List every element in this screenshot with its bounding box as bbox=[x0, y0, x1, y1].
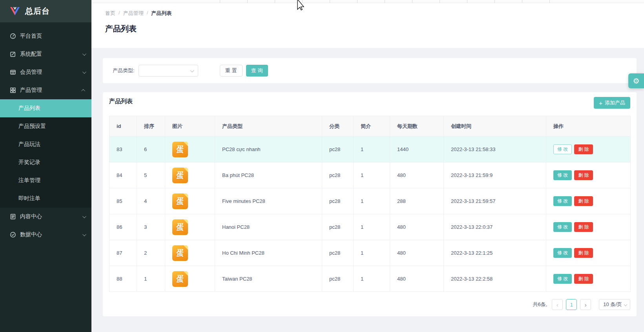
pagination-prev-button[interactable]: ‹ bbox=[552, 299, 563, 310]
table-row-83: 836蛋PC28 cực nhanhpc28114402022-3-13 21:… bbox=[109, 137, 631, 162]
document-icon bbox=[10, 213, 16, 220]
gear-icon: ⚙ bbox=[633, 77, 639, 86]
sidebar-subitem-label: 开奖记录 bbox=[18, 159, 40, 166]
cell-periods: 1440 bbox=[390, 137, 444, 162]
cell-sort: 4 bbox=[137, 188, 165, 214]
check-circle-icon bbox=[10, 232, 16, 238]
delete-button[interactable]: 删 除 bbox=[574, 144, 593, 154]
sidebar-item-label: 平台首页 bbox=[20, 33, 42, 40]
sidebar-item-product-management[interactable]: 产品管理 bbox=[0, 81, 91, 99]
column-header-7: 创建时间 bbox=[444, 116, 546, 137]
edit-button[interactable]: 修 改 bbox=[553, 274, 572, 284]
cell-sort: 3 bbox=[137, 214, 165, 240]
sidebar-item-data-center[interactable]: 数据中心 bbox=[0, 226, 91, 244]
sidebar-subitem-realtime-orders[interactable]: 即时注单 bbox=[0, 190, 91, 208]
table-row-86: 863蛋Hanoi PC28pc2814802022-3-13 22:0:37修… bbox=[109, 214, 631, 240]
settings-button[interactable]: ⚙ bbox=[628, 73, 644, 88]
cell-created: 2022-3-13 22:2:58 bbox=[444, 266, 546, 292]
sidebar-item-label: 会员管理 bbox=[20, 69, 42, 76]
cell-id: 87 bbox=[109, 240, 137, 266]
chevron-down-icon bbox=[82, 214, 86, 218]
sidebar-item-label: 系统配置 bbox=[20, 51, 42, 58]
pagination-total: 共6条, bbox=[533, 301, 547, 308]
sidebar-subitem-order-management[interactable]: 注单管理 bbox=[0, 171, 91, 190]
sidebar-submenu-product-management: 产品列表产品预设置产品玩法开奖记录注单管理即时注单 bbox=[0, 99, 91, 208]
cell-periods: 480 bbox=[390, 240, 444, 266]
cell-id: 88 bbox=[109, 266, 137, 292]
delete-button[interactable]: 删 除 bbox=[574, 222, 593, 232]
pagination-page-1-button[interactable]: 1 bbox=[566, 299, 577, 310]
cell-periods: 480 bbox=[390, 214, 444, 240]
delete-button[interactable]: 删 除 bbox=[574, 248, 593, 258]
breadcrumb-item-0[interactable]: 首页 bbox=[105, 10, 115, 17]
cell-category: pc28 bbox=[322, 188, 354, 214]
sidebar-subitem-lottery-records[interactable]: 开奖记录 bbox=[0, 153, 91, 171]
chevron-down-icon bbox=[82, 52, 86, 56]
edit-button[interactable]: 修 改 bbox=[553, 170, 572, 180]
sidebar-subitem-product-play[interactable]: 产品玩法 bbox=[0, 135, 91, 153]
pagination-next-button[interactable]: › bbox=[580, 299, 591, 310]
product-table: id排序图片产品类型分类简介每天期数创建时间操作 836蛋PC28 cực nh… bbox=[109, 116, 631, 292]
product-image: 蛋 bbox=[172, 168, 188, 183]
delete-button[interactable]: 删 除 bbox=[574, 170, 593, 180]
cell-category: pc28 bbox=[322, 162, 354, 188]
cell-category: pc28 bbox=[322, 266, 354, 292]
cell-actions: 修 改删 除 bbox=[546, 266, 631, 292]
reset-button[interactable]: 重 置 bbox=[220, 65, 243, 77]
sidebar-item-content-center[interactable]: 内容中心 bbox=[0, 208, 91, 226]
breadcrumb-item-1[interactable]: 产品管理 bbox=[123, 10, 144, 17]
sidebar-item-label: 数据中心 bbox=[20, 231, 42, 238]
cell-sort: 1 bbox=[137, 266, 165, 292]
dashboard-icon bbox=[10, 33, 16, 39]
cell-periods: 480 bbox=[390, 266, 444, 292]
sidebar-subitem-label: 产品预设置 bbox=[18, 123, 46, 130]
edit-icon bbox=[10, 51, 16, 57]
product-list-card: 产品列表 + 添加产品 id排序图片产品类型分类简介每天期数创建时间操作 836… bbox=[103, 92, 637, 316]
cell-created: 2022-3-13 22:1:25 bbox=[444, 240, 546, 266]
page-size-select[interactable]: 10 条/页 bbox=[599, 299, 630, 310]
edit-button[interactable]: 修 改 bbox=[553, 222, 572, 232]
browser-strip-remnant bbox=[91, 0, 644, 3]
app-logo[interactable]: 总后台 bbox=[0, 0, 91, 22]
sidebar-subitem-product-list[interactable]: 产品列表 bbox=[0, 99, 91, 117]
table-row-84: 845蛋Ba phút PC28pc2814802022-3-13 21:59:… bbox=[109, 162, 631, 188]
chevron-down-icon bbox=[190, 69, 194, 73]
table-icon bbox=[10, 69, 16, 75]
product-image: 蛋 bbox=[172, 142, 188, 157]
cell-actions: 修 改删 除 bbox=[546, 188, 631, 214]
plus-icon: + bbox=[599, 100, 602, 106]
cell-type: Hanoi PC28 bbox=[215, 214, 322, 240]
sidebar-item-platform-home[interactable]: 平台首页 bbox=[0, 27, 91, 45]
cell-type: PC28 cực nhanh bbox=[215, 137, 322, 162]
cell-image: 蛋 bbox=[165, 162, 215, 188]
search-button[interactable]: 查 询 bbox=[246, 65, 268, 77]
add-product-button[interactable]: + 添加产品 bbox=[594, 97, 630, 109]
sidebar-item-member-management[interactable]: 会员管理 bbox=[0, 63, 91, 81]
product-image: 蛋 bbox=[172, 271, 188, 287]
product-type-select[interactable] bbox=[139, 65, 198, 77]
grid-icon bbox=[10, 87, 16, 93]
product-type-label: 产品类型: bbox=[113, 67, 135, 74]
card-title: 产品列表 bbox=[109, 98, 133, 105]
vue-logo-icon bbox=[10, 7, 20, 15]
sidebar-subitem-product-preset[interactable]: 产品预设置 bbox=[0, 117, 91, 135]
column-header-1: 排序 bbox=[137, 116, 165, 137]
delete-button[interactable]: 删 除 bbox=[574, 274, 593, 284]
table-row-88: 881蛋Taiwan PC28pc2814802022-3-13 22:2:58… bbox=[109, 266, 631, 292]
edit-button[interactable]: 修 改 bbox=[553, 248, 572, 258]
product-image: 蛋 bbox=[172, 193, 188, 209]
breadcrumb: 首页/产品管理/产品列表 bbox=[105, 10, 171, 17]
cell-category: pc28 bbox=[322, 214, 354, 240]
edit-button[interactable]: 修 改 bbox=[553, 144, 572, 154]
breadcrumb-item-2: 产品列表 bbox=[151, 10, 171, 17]
sidebar-item-system-config[interactable]: 系统配置 bbox=[0, 45, 91, 63]
delete-button[interactable]: 删 除 bbox=[574, 196, 593, 206]
cell-image: 蛋 bbox=[165, 188, 215, 214]
cell-id: 84 bbox=[109, 162, 137, 188]
table-row-85: 854蛋Five minutes PC28pc2812882022-3-13 2… bbox=[109, 188, 631, 214]
cell-periods: 480 bbox=[390, 162, 444, 188]
edit-button[interactable]: 修 改 bbox=[553, 196, 572, 206]
chevron-down-icon bbox=[624, 303, 627, 306]
filter-card: 产品类型: 重 置 查 询 bbox=[103, 58, 637, 83]
cell-image: 蛋 bbox=[165, 214, 215, 240]
